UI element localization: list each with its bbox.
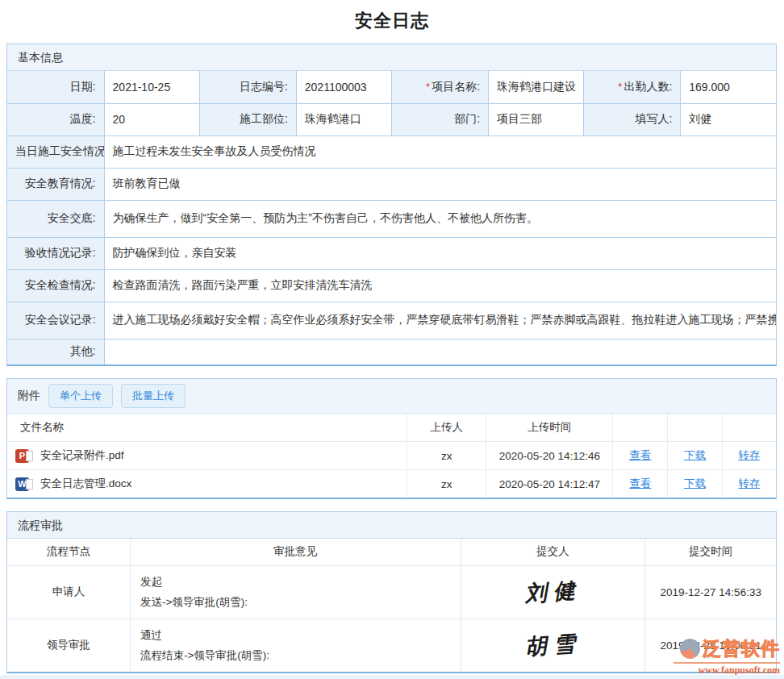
writer-value: 刘健	[681, 103, 776, 135]
approval-panel: 流程审批 流程节点 审批意见 提交人 提交时间 申请人 发起 发送->领导审批(…	[6, 511, 777, 673]
approval-row-leader: 领导审批 通过 流程结束->领导审批(胡雪): 胡雪 2019-12-28 10…	[7, 619, 776, 672]
basic-info-section-header: 基本信息	[7, 44, 776, 71]
download-link[interactable]: 下载	[684, 449, 706, 461]
approval-header-row: 流程节点 审批意见 提交人 提交时间	[7, 539, 776, 565]
department-label: 部门:	[391, 103, 488, 135]
log-number-label: 日志编号:	[199, 71, 296, 103]
safety-disclosure-value: 为确保生产，做到“安全第一、预防为主”不伤害自己，不伤害他人、不被他人所伤害。	[104, 200, 776, 237]
upload-time-cell: 2020-05-20 14:12:46	[486, 442, 613, 470]
approval-opinion-column-header: 审批意见	[130, 539, 461, 565]
upload-time-cell: 2020-05-20 14:12:47	[486, 470, 613, 498]
opinion-line: 通过	[140, 625, 451, 645]
log-number-value: 2021100003	[296, 71, 391, 103]
opinion-line: 流程结束->领导审批(胡雪):	[140, 645, 451, 665]
attachment-row-docx: W 安全日志管理.docx zx 2020-05-20 14:12:47 查看 …	[7, 470, 776, 498]
action-column-header	[722, 414, 776, 442]
approval-opinion-cell: 发起 发送->领导审批(胡雪):	[130, 565, 461, 619]
other-value	[104, 339, 776, 364]
project-name-value: 珠海鹤港口建设	[489, 71, 584, 103]
submit-time-cell: 2019-12-27 14:56:33	[645, 565, 776, 619]
flow-node-cell: 领导审批	[7, 619, 130, 672]
uploader-cell: zx	[407, 442, 486, 470]
writer-label: 填写人:	[584, 103, 681, 135]
safety-meeting-row: 安全会议记录: 进入施工现场必须戴好安全帽；高空作业必须系好安全带，严禁穿硬底带…	[7, 302, 776, 339]
download-link[interactable]: 下载	[684, 477, 706, 489]
vendor-brand-name: 泛普软件	[703, 636, 780, 661]
temperature-label: 温度:	[7, 103, 104, 135]
save-link[interactable]: 转存	[738, 449, 760, 461]
approval-table: 流程节点 审批意见 提交人 提交时间 申请人 发起 发送->领导审批(胡雪): …	[7, 539, 776, 672]
flow-node-column-header: 流程节点	[7, 539, 130, 565]
safety-education-value: 班前教育已做	[104, 168, 776, 200]
file-name-text: 安全记录附件.pdf	[35, 448, 124, 463]
signature-text: 胡雪	[470, 625, 636, 665]
single-upload-button[interactable]: 单个上传	[48, 384, 113, 408]
approval-opinion-cell: 通过 流程结束->领导审批(胡雪):	[130, 619, 461, 672]
safety-disclosure-label: 安全交底:	[7, 200, 104, 237]
signature-text: 刘健	[470, 572, 636, 612]
uploader-cell: zx	[407, 470, 486, 498]
required-asterisk: *	[426, 81, 430, 93]
safety-situation-value: 施工过程未发生安全事故及人员受伤情况	[104, 135, 776, 168]
attendance-label: *出勤人数:	[584, 71, 681, 103]
safety-education-row: 安全教育情况: 班前教育已做	[7, 168, 776, 200]
approval-section-header: 流程审批	[7, 512, 776, 539]
safety-situation-label: 当日施工安全情况:	[7, 135, 104, 168]
vendor-watermark: 泛普软件 www.fanpusoft.com	[673, 636, 780, 677]
basic-info-panel: 基本信息 日期: 2021-10-25 日志编号: 2021100003 *项目…	[6, 44, 777, 366]
basic-info-row-2: 温度: 20 施工部位: 珠海鹤港口 部门: 项目三部 填写人: 刘健	[7, 103, 776, 135]
upload-time-column-header: 上传时间	[486, 414, 613, 442]
action-column-header	[668, 414, 723, 442]
save-link[interactable]: 转存	[738, 477, 760, 489]
file-name-cell: W 安全日志管理.docx	[7, 470, 407, 498]
attachments-panel: 附件 单个上传 批量上传 文件名称 上传人 上传时间 P 安全	[6, 378, 777, 499]
attendance-value: 169.000	[681, 71, 776, 103]
opinion-line: 发送->领导审批(胡雪):	[140, 592, 451, 612]
batch-upload-button[interactable]: 批量上传	[121, 384, 186, 408]
page-title: 安全日志	[0, 0, 784, 44]
attachments-table: 文件名称 上传人 上传时间 P 安全记录附件.pdf zx 2020-05-20…	[7, 414, 776, 498]
safety-check-row: 安全检查情况: 检查路面清洗，路面污染严重，立即安排清洗车清洗	[7, 269, 776, 302]
submit-time-column-header: 提交时间	[645, 539, 776, 565]
acceptance-record-value: 防护确保到位，亲自安装	[104, 237, 776, 269]
temperature-value: 20	[104, 103, 199, 135]
submitter-signature-cell: 胡雪	[461, 619, 645, 672]
attachments-label: 附件	[18, 389, 40, 403]
attachment-row-pdf: P 安全记录附件.pdf zx 2020-05-20 14:12:46 查看 下…	[7, 442, 776, 470]
other-label: 其他:	[7, 339, 104, 364]
date-value: 2021-10-25	[104, 71, 199, 103]
word-file-icon: W	[15, 477, 29, 491]
submitter-column-header: 提交人	[461, 539, 645, 565]
construction-part-value: 珠海鹤港口	[296, 103, 391, 135]
attachments-header-row: 文件名称 上传人 上传时间	[7, 414, 776, 442]
file-name-cell: P 安全记录附件.pdf	[7, 442, 407, 470]
opinion-line: 发起	[140, 572, 451, 592]
uploader-column-header: 上传人	[407, 414, 486, 442]
safety-check-value: 检查路面清洗，路面污染严重，立即安排清洗车清洗	[104, 269, 776, 302]
date-label: 日期:	[7, 71, 104, 103]
safety-situation-row: 当日施工安全情况: 施工过程未发生安全事故及人员受伤情况	[7, 135, 776, 168]
acceptance-record-label: 验收情况记录:	[7, 237, 104, 269]
project-name-label: *项目名称:	[391, 71, 488, 103]
submitter-signature-cell: 刘健	[461, 565, 645, 619]
approval-row-applicant: 申请人 发起 发送->领导审批(胡雪): 刘健 2019-12-27 14:56…	[7, 565, 776, 619]
safety-meeting-value: 进入施工现场必须戴好安全帽；高空作业必须系好安全带，严禁穿硬底带钉易滑鞋；严禁赤…	[104, 302, 776, 339]
required-asterisk: *	[618, 81, 622, 93]
fanpu-logo-icon	[680, 639, 700, 659]
view-link[interactable]: 查看	[629, 477, 651, 489]
file-name-column-header: 文件名称	[7, 414, 407, 442]
view-link[interactable]: 查看	[629, 449, 651, 461]
basic-info-row-1: 日期: 2021-10-25 日志编号: 2021100003 *项目名称: 珠…	[7, 71, 776, 103]
pdf-file-icon: P	[15, 449, 29, 463]
file-name-text: 安全日志管理.docx	[35, 477, 131, 491]
safety-meeting-label: 安全会议记录:	[7, 302, 104, 339]
flow-node-cell: 申请人	[7, 565, 130, 619]
construction-part-label: 施工部位:	[199, 103, 296, 135]
acceptance-record-row: 验收情况记录: 防护确保到位，亲自安装	[7, 237, 776, 269]
page-bottom-strip	[0, 675, 784, 679]
department-value: 项目三部	[489, 103, 584, 135]
other-row: 其他:	[7, 339, 776, 364]
safety-check-label: 安全检查情况:	[7, 269, 104, 302]
safety-education-label: 安全教育情况:	[7, 168, 104, 200]
attachments-header: 附件 单个上传 批量上传	[7, 379, 776, 414]
